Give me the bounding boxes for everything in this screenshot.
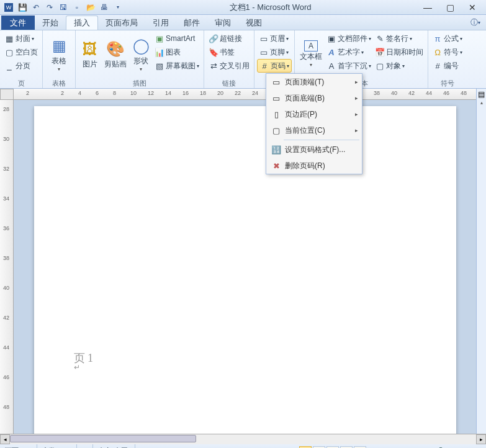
number-button[interactable]: #编号 <box>431 59 464 73</box>
page-break-button[interactable]: ⎯分页 <box>2 59 40 73</box>
status-bar: 页面: 1/1 字数: 311 ✓ 中文(中国) ▤ ▭ ▦ ≡ ▢ 100% … <box>0 444 486 448</box>
document-area[interactable]: 页 1 ↵ <box>14 100 476 434</box>
dd-bottom-of-page[interactable]: ▭页面底端(B)▸ <box>266 90 362 106</box>
group-pages: ▦封面▾ ▢空白页 ⎯分页 页 <box>0 30 43 88</box>
footer-button[interactable]: ▭页脚▾ <box>257 45 292 59</box>
minimize-button[interactable]: — <box>420 2 435 13</box>
horizontal-scrollbar[interactable]: ◂ ▸ <box>0 434 486 444</box>
ruler-row: 2246810121416182022242628303234363840424… <box>0 89 486 100</box>
group-symbols: π公式▾ Ω符号▾ #编号 符号 <box>428 30 467 88</box>
ribbon: ▦封面▾ ▢空白页 ⎯分页 页 ▦表格▾ 表格 🖼图片 🎨剪贴画 ◯形状▾ ▣S… <box>0 30 486 89</box>
tab-home[interactable]: 开始 <box>35 16 66 30</box>
new-icon[interactable]: ▫ <box>71 2 83 13</box>
tab-mailings[interactable]: 邮件 <box>176 16 207 30</box>
undo-icon[interactable]: ↶ <box>30 2 42 13</box>
print-icon[interactable]: 🖶 <box>98 2 110 13</box>
paragraph-mark-icon: ↵ <box>74 363 80 372</box>
quick-access-toolbar: W 💾 ↶ ↷ 🖫 ▫ 📂 🖶 ▾ <box>0 2 127 13</box>
draft-icon[interactable]: ▢ <box>354 446 366 449</box>
quickparts-button[interactable]: ▣文档部件▾ <box>325 32 373 45</box>
bookmark-button[interactable]: 🔖书签 <box>207 45 251 59</box>
group-illustrations-label: 插图 <box>78 79 201 88</box>
group-links: 🔗超链接 🔖书签 ⇄交叉引用 链接 <box>204 30 254 88</box>
ruler-toggle[interactable]: ▤ <box>476 89 486 100</box>
dd-top-of-page[interactable]: ▭页面顶端(T)▸ <box>266 74 362 90</box>
dd-remove-page-numbers[interactable]: ✖删除页码(R) <box>266 158 362 174</box>
object-button[interactable]: ▢对象▾ <box>373 59 425 73</box>
save-icon[interactable]: 💾 <box>16 2 29 13</box>
tab-layout[interactable]: 页面布局 <box>98 16 145 30</box>
header-button[interactable]: ▭页眉▾ <box>257 32 292 45</box>
qat-dropdown-icon[interactable]: ▾ <box>112 2 124 13</box>
wordart-button[interactable]: A艺术字▾ <box>325 45 373 59</box>
vertical-ruler[interactable]: 2830323436384042444648 <box>0 100 14 434</box>
dropcap-button[interactable]: A首字下沉▾ <box>325 59 373 73</box>
tab-references[interactable]: 引用 <box>145 16 176 30</box>
page-number-button[interactable]: #页码▾ <box>257 59 292 73</box>
textbox-button[interactable]: A文本框▾ <box>297 32 325 76</box>
status-language[interactable]: 中文(中国) <box>93 444 135 448</box>
screenshot-button[interactable]: ▧屏幕截图▾ <box>153 59 201 73</box>
blank-page-button[interactable]: ▢空白页 <box>2 45 40 59</box>
group-symbols-label: 符号 <box>431 79 464 88</box>
web-layout-icon[interactable]: ▦ <box>326 446 339 449</box>
window-controls: — ▢ ✕ <box>414 2 486 13</box>
scroll-track[interactable] <box>10 434 476 444</box>
close-button[interactable]: ✕ <box>465 2 480 13</box>
group-pages-label: 页 <box>2 79 40 88</box>
title-bar: W 💾 ↶ ↷ 🖫 ▫ 📂 🖶 ▾ 文档1 - Microsoft Word —… <box>0 0 486 15</box>
status-page[interactable]: 页面: 1/1 <box>0 444 37 448</box>
sigline-button[interactable]: ✎签名行▾ <box>373 32 425 45</box>
cover-page-button[interactable]: ▦封面▾ <box>2 32 40 45</box>
equation-button[interactable]: π公式▾ <box>431 32 464 45</box>
horizontal-ruler[interactable]: 2246810121416182022242628303234363840424… <box>14 89 476 100</box>
symbol-button[interactable]: Ω符号▾ <box>431 45 464 59</box>
status-zoom[interactable]: 100% <box>369 444 396 448</box>
dd-page-margins[interactable]: ▯页边距(P)▸ <box>266 106 362 122</box>
open-icon[interactable]: 📂 <box>84 2 97 13</box>
page-number-dropdown: ▭页面顶端(T)▸ ▭页面底端(B)▸ ▯页边距(P)▸ ▢当前位置(C)▸ 🔢… <box>266 73 362 174</box>
hyperlink-button[interactable]: 🔗超链接 <box>207 32 251 45</box>
smartart-button[interactable]: ▣SmartArt <box>153 32 201 45</box>
status-proofing-icon[interactable]: ✓ <box>77 444 93 448</box>
save2-icon[interactable]: 🖫 <box>57 2 70 13</box>
tab-review[interactable]: 审阅 <box>207 16 238 30</box>
scroll-right-icon[interactable]: ▸ <box>476 434 486 444</box>
group-tables: ▦表格▾ 表格 <box>43 30 76 88</box>
shapes-button[interactable]: ◯形状▾ <box>129 32 153 76</box>
picture-button[interactable]: 🖼图片 <box>78 32 102 76</box>
tab-view[interactable]: 视图 <box>238 16 269 30</box>
table-button[interactable]: ▦表格▾ <box>45 32 73 76</box>
scroll-left-icon[interactable]: ◂ <box>0 434 10 444</box>
maximize-button[interactable]: ▢ <box>443 2 457 13</box>
group-tables-label: 表格 <box>45 79 73 88</box>
print-layout-icon[interactable]: ▤ <box>299 446 312 449</box>
page[interactable]: 页 1 ↵ <box>34 106 456 434</box>
view-buttons: ▤ ▭ ▦ ≡ ▢ <box>297 446 369 449</box>
redo-icon[interactable]: ↷ <box>43 2 56 13</box>
help-icon[interactable]: ⓘ▾ <box>470 17 481 28</box>
crossref-button[interactable]: ⇄交叉引用 <box>207 59 251 73</box>
group-illustrations: 🖼图片 🎨剪贴画 ◯形状▾ ▣SmartArt 📊图表 ▧屏幕截图▾ 插图 <box>76 30 204 88</box>
fullscreen-reading-icon[interactable]: ▭ <box>313 446 325 449</box>
document-wrap: 2830323436384042444648 页 1 ↵ ▴ <box>0 100 486 434</box>
dd-current-position[interactable]: ▢当前位置(C)▸ <box>266 122 362 138</box>
outline-icon[interactable]: ≡ <box>340 446 353 449</box>
status-words[interactable]: 字数: 311 <box>37 444 76 448</box>
vertical-scrollbar[interactable]: ▴ <box>476 100 486 434</box>
scroll-thumb[interactable] <box>10 435 196 442</box>
dd-separator <box>284 140 359 140</box>
dd-format-page-numbers[interactable]: 🔢设置页码格式(F)... <box>266 141 362 158</box>
ruler-corner <box>0 89 14 100</box>
tab-insert[interactable]: 插入 <box>66 16 98 30</box>
group-links-label: 链接 <box>207 79 251 88</box>
word-icon: W <box>2 2 15 13</box>
ribbon-tabs: 文件 开始 插入 页面布局 引用 邮件 审阅 视图 ⓘ▾ <box>0 15 486 30</box>
window-title: 文档1 - Microsoft Word <box>127 2 414 13</box>
chart-button[interactable]: 📊图表 <box>153 45 201 59</box>
clipart-button[interactable]: 🎨剪贴画 <box>102 32 129 76</box>
tab-file[interactable]: 文件 <box>1 16 35 30</box>
datetime-button[interactable]: 📅日期和时间 <box>373 45 425 59</box>
